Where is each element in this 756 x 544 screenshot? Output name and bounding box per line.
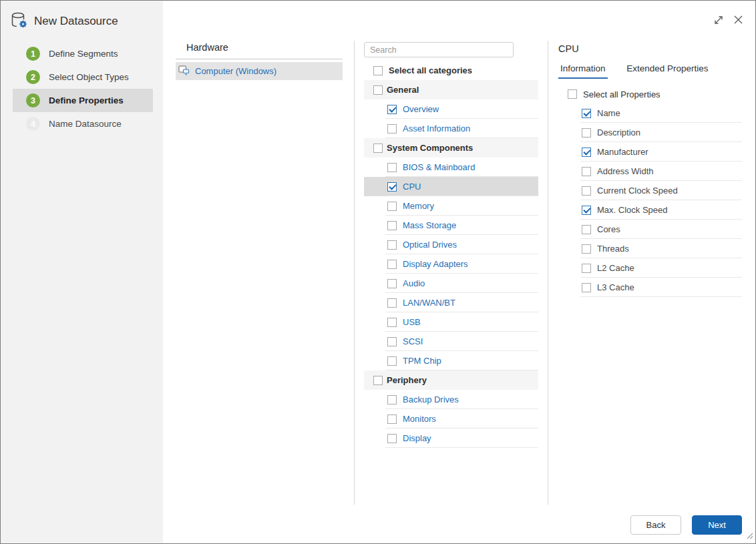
category-item-checkbox[interactable] (387, 415, 397, 424)
segments-list: Computer (Windows) (176, 62, 343, 80)
category-item[interactable]: LAN/WAN/BT (364, 293, 538, 312)
expand-icon[interactable] (713, 14, 724, 25)
select-all-categories-label: Select all categories (389, 65, 472, 75)
segment-item[interactable]: Computer (Windows) (176, 62, 343, 80)
category-item[interactable]: Memory (364, 196, 538, 216)
category-item-label: Display (403, 433, 431, 443)
category-item-checkbox[interactable] (387, 240, 397, 250)
next-button[interactable]: Next (692, 515, 742, 535)
category-item-checkbox[interactable] (387, 279, 397, 288)
properties-list: Select all Properties Name Description M… (558, 85, 742, 297)
property-checkbox[interactable] (582, 206, 591, 215)
properties-tab[interactable]: Information (558, 62, 608, 79)
category-item[interactable]: TPM Chip (364, 351, 538, 370)
category-item-label: CPU (403, 182, 421, 192)
window-controls (713, 14, 744, 25)
select-all-properties-label: Select all Properties (583, 89, 660, 99)
category-group-header[interactable]: General (364, 80, 538, 99)
property-row[interactable]: Description (558, 123, 742, 142)
property-row[interactable]: Current Clock Speed (558, 181, 742, 200)
category-item-label: USB (403, 317, 421, 327)
property-label: Current Clock Speed (597, 186, 678, 196)
category-item[interactable]: Display (364, 429, 538, 448)
property-row[interactable]: Manufacturer (558, 142, 742, 162)
category-item[interactable]: Mass Storage (364, 216, 538, 235)
category-item[interactable]: BIOS & Mainboard (364, 158, 538, 177)
divider-2 (548, 41, 548, 505)
computer-icon (178, 65, 190, 77)
category-group-label: General (387, 85, 419, 95)
property-checkbox[interactable] (582, 283, 591, 292)
property-label: Address Width (597, 166, 654, 176)
property-checkbox[interactable] (582, 128, 591, 138)
category-item-label: Backup Drives (403, 394, 459, 404)
category-item-checkbox[interactable] (387, 395, 397, 404)
category-group-checkbox[interactable] (373, 376, 383, 385)
property-checkbox[interactable] (582, 148, 591, 157)
category-item-label: Memory (403, 201, 434, 211)
category-group-header[interactable]: Periphery (364, 370, 538, 390)
category-item-checkbox[interactable] (387, 105, 397, 114)
property-checkbox[interactable] (582, 186, 591, 196)
category-item-label: Monitors (403, 414, 436, 424)
category-item-checkbox[interactable] (387, 163, 397, 172)
category-item[interactable]: Optical Drives (364, 235, 538, 254)
category-group-header[interactable]: System Components (364, 138, 538, 158)
property-row[interactable]: Address Width (558, 162, 742, 181)
property-checkbox[interactable] (582, 167, 591, 176)
property-checkbox[interactable] (582, 225, 591, 234)
category-item[interactable]: Monitors (364, 409, 538, 429)
category-item[interactable]: USB (364, 312, 538, 332)
category-item-checkbox[interactable] (387, 298, 397, 308)
select-all-categories-row[interactable]: Select all categories (364, 61, 538, 80)
property-label: L2 Cache (597, 263, 634, 273)
property-row[interactable]: L3 Cache (558, 278, 742, 297)
category-group-label: Periphery (387, 375, 427, 385)
property-row[interactable]: L2 Cache (558, 258, 742, 278)
select-all-properties-checkbox[interactable] (568, 89, 577, 99)
category-item-checkbox[interactable] (387, 221, 397, 230)
category-item-label: Overview (403, 104, 439, 114)
property-row[interactable]: Name (558, 103, 742, 123)
wizard-sidebar: New Datasource 1 Define Segments 2 Selec… (1, 1, 163, 543)
divider-1 (354, 41, 355, 505)
wizard-step[interactable]: 3 Define Properties (13, 89, 153, 112)
category-item[interactable]: Backup Drives (364, 390, 538, 409)
category-item-label: Asset Information (403, 123, 470, 133)
category-item-checkbox[interactable] (387, 356, 397, 366)
properties-tab[interactable]: Extended Properties (624, 62, 710, 77)
category-item-checkbox[interactable] (387, 434, 397, 443)
property-row[interactable]: Max. Clock Speed (558, 200, 742, 220)
property-checkbox[interactable] (582, 244, 591, 254)
category-item[interactable]: Overview (364, 99, 538, 119)
property-row[interactable]: Cores (558, 220, 742, 239)
step-number-badge: 3 (26, 93, 40, 107)
step-label: Name Datasource (49, 119, 122, 129)
select-all-categories-checkbox[interactable] (373, 66, 383, 75)
category-item-checkbox[interactable] (387, 337, 397, 346)
select-all-properties-row[interactable]: Select all Properties (558, 85, 742, 103)
back-button[interactable]: Back (630, 515, 681, 535)
category-item-checkbox[interactable] (387, 182, 397, 192)
category-group-checkbox[interactable] (373, 144, 383, 153)
property-row[interactable]: Threads (558, 239, 742, 258)
search-input[interactable] (364, 42, 514, 57)
category-item[interactable]: Display Adapters (364, 254, 538, 274)
wizard-step[interactable]: 4 Name Datasource (13, 112, 153, 135)
category-group-checkbox[interactable] (373, 85, 383, 95)
resize-grip-icon[interactable] (745, 531, 754, 542)
category-item-checkbox[interactable] (387, 202, 397, 211)
category-item[interactable]: Asset Information (364, 119, 538, 138)
category-item-checkbox[interactable] (387, 124, 397, 133)
close-icon[interactable] (733, 14, 744, 25)
category-item[interactable]: CPU (364, 177, 538, 196)
property-checkbox[interactable] (582, 109, 591, 118)
step-number-badge: 4 (26, 117, 40, 131)
category-item-checkbox[interactable] (387, 318, 397, 327)
wizard-step[interactable]: 1 Define Segments (13, 42, 153, 65)
property-checkbox[interactable] (582, 264, 591, 273)
category-item-checkbox[interactable] (387, 260, 397, 269)
category-item[interactable]: Audio (364, 274, 538, 293)
category-item[interactable]: SCSI (364, 332, 538, 351)
wizard-step[interactable]: 2 Select Object Types (13, 65, 153, 89)
